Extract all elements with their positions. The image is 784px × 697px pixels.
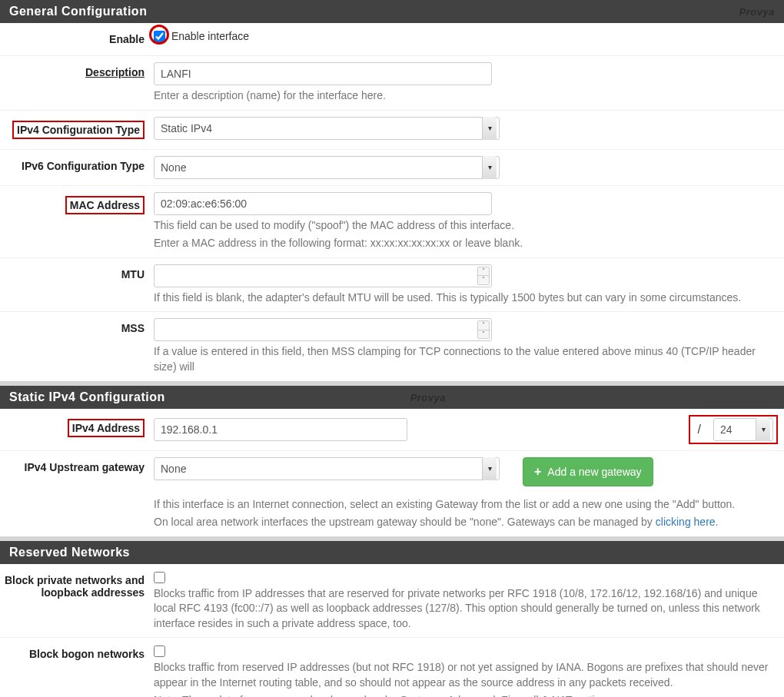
- ipv6type-select[interactable]: None: [154, 156, 500, 179]
- mtu-label: MTU: [0, 264, 154, 284]
- mac-label: MAC Address: [0, 192, 154, 218]
- blockbogon-checkbox[interactable]: [154, 646, 165, 657]
- mac-input[interactable]: [154, 192, 492, 215]
- add-gateway-label: Add a new gateway: [547, 466, 641, 478]
- blockbogon-help2: Note: The update frequency can be change…: [154, 693, 778, 697]
- section-header-reserved: Reserved Networks: [0, 541, 784, 564]
- ipv4type-label: IPv4 Configuration Type: [0, 117, 154, 143]
- blockprivate-label: Block private networks and loopback addr…: [0, 570, 154, 602]
- watermark: Provya: [410, 391, 446, 403]
- enable-checkbox-label: Enable interface: [171, 30, 249, 42]
- section-header-static: Static IPv4 Configuration Provya: [0, 386, 784, 409]
- enable-checkbox[interactable]: [154, 31, 165, 42]
- description-input[interactable]: [154, 62, 492, 85]
- clicking-here-link[interactable]: clicking here.: [656, 516, 719, 528]
- watermark: Provya: [739, 6, 775, 18]
- mtu-input[interactable]: [154, 264, 492, 287]
- mss-input[interactable]: [154, 318, 492, 341]
- description-help: Enter a description (name) for the inter…: [154, 88, 778, 104]
- gateway-select[interactable]: None: [154, 457, 500, 480]
- mac-help2: Enter a MAC address in the following for…: [154, 236, 778, 251]
- blockprivate-checkbox[interactable]: [154, 572, 165, 583]
- mtu-help: If this field is blank, the adapter's de…: [154, 290, 778, 306]
- static-ipv4-section: IPv4 Address / 24 IPv4 Upstream gateway …: [0, 409, 784, 536]
- section-title: Static IPv4 Configuration: [9, 390, 165, 403]
- enable-label: Enable: [0, 29, 154, 49]
- blockbogon-help1: Blocks traffic from reserved IP addresse…: [154, 660, 778, 690]
- section-title: General Configuration: [9, 5, 147, 18]
- ipv4type-select[interactable]: Static IPv4: [154, 117, 500, 140]
- prefix-slash: /: [693, 423, 706, 436]
- ipv4addr-label: IPv4 Address: [0, 415, 154, 441]
- ipv4-prefix-select[interactable]: 24: [713, 418, 773, 441]
- gateway-label: IPv4 Upstream gateway: [0, 457, 154, 477]
- mac-help1: This field can be used to modify ("spoof…: [154, 218, 778, 234]
- general-config-section: Enable Enable interface Description Ente…: [0, 23, 784, 381]
- mss-help: If a value is entered in this field, the…: [154, 344, 778, 374]
- ipv6type-label: IPv6 Configuration Type: [0, 156, 154, 176]
- blockbogon-label: Block bogon networks: [0, 644, 154, 664]
- gateway-help2: On local area network interfaces the ups…: [154, 515, 778, 530]
- mss-label: MSS: [0, 318, 154, 338]
- add-gateway-button[interactable]: + Add a new gateway: [523, 457, 653, 486]
- description-label: Description: [0, 62, 154, 82]
- blockprivate-help: Blocks traffic from IP addresses that ar…: [154, 586, 778, 632]
- gateway-help1: If this interface is an Internet connect…: [154, 497, 778, 513]
- section-title: Reserved Networks: [9, 546, 130, 559]
- section-header-general: General Configuration Provya: [0, 0, 784, 23]
- ipv4addr-input[interactable]: [154, 418, 407, 441]
- reserved-networks-section: Block private networks and loopback addr…: [0, 564, 784, 697]
- plus-icon: +: [534, 465, 541, 479]
